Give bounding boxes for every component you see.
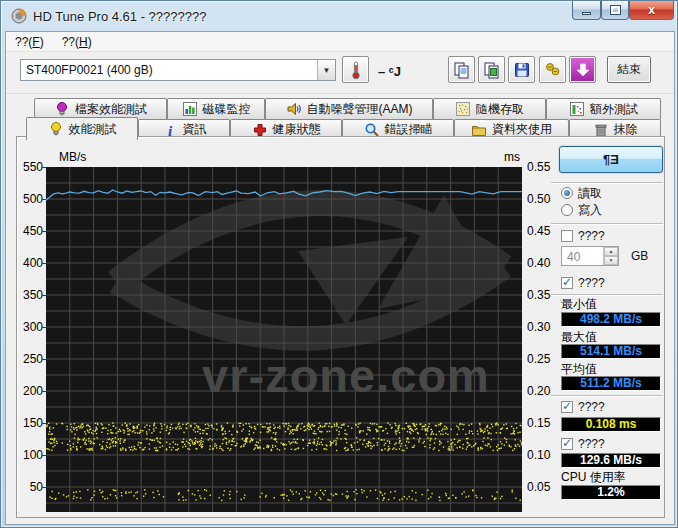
save-button[interactable] [508, 56, 535, 83]
bar-chart-icon [182, 101, 198, 117]
drive-select-combobox[interactable]: ST400FP0021 (400 gB) ▼ [20, 59, 336, 81]
write-radio-label: 寫入 [578, 202, 602, 219]
right-axis-tick: 0.05 [527, 480, 561, 494]
tab-extra-tests-label: 額外測試 [590, 101, 638, 118]
left-axis-tick-mark [42, 327, 46, 328]
start-button-label: ¶Ǝ [603, 152, 619, 167]
tab-benchmark-label: 效能測試 [69, 121, 117, 138]
left-axis-tick: 250 [17, 352, 43, 366]
access-time-value: 0.108 ms [561, 417, 661, 432]
left-axis-tick: 550 [17, 160, 43, 174]
vrzone-eye-watermark [116, 195, 504, 338]
checkbox-checked-icon [561, 401, 573, 413]
close-button[interactable]: x [629, 1, 674, 20]
checkbox-checked-icon [561, 438, 573, 450]
start-button[interactable]: ¶Ǝ [559, 146, 663, 173]
accurate-checkbox[interactable]: ???? [561, 276, 605, 290]
copy-image-button[interactable] [478, 56, 505, 83]
right-axis-tick: 0.45 [527, 224, 561, 238]
close-icon: x [648, 3, 655, 17]
right-axis-tick: 0.40 [527, 256, 561, 270]
tab-file-benchmark[interactable]: 檔案效能測試 [34, 98, 167, 119]
exit-button[interactable]: 結束 [607, 56, 651, 83]
left-axis-tick-mark [42, 359, 46, 360]
radio-selected-icon [561, 187, 573, 199]
left-axis-tick-mark [42, 295, 46, 296]
left-axis-tick-mark [42, 391, 46, 392]
left-axis-tick-mark [42, 263, 46, 264]
right-axis-unit: ms [504, 150, 520, 164]
max-label: 最大值 [561, 330, 597, 344]
max-value: 514.1 MB/s [561, 344, 661, 359]
menu-bar: ??(F) ??(H) [6, 32, 674, 52]
menu-file[interactable]: ??(F) [6, 33, 53, 51]
speaker-icon [286, 101, 302, 117]
copy-image-icon [483, 61, 501, 79]
bulb-yellow-icon [48, 121, 64, 137]
tab-random-access[interactable]: 隨機存取 [433, 98, 546, 119]
cpu-usage-label: CPU 使用率 [561, 470, 626, 484]
tab-extra-tests[interactable]: 額外測試 [546, 98, 661, 119]
left-axis-tick: 450 [17, 224, 43, 238]
left-axis-tick: 100 [17, 448, 43, 462]
save-icon [513, 61, 531, 79]
left-axis-tick: 400 [17, 256, 43, 270]
options-button[interactable] [539, 56, 566, 83]
maximize-icon [611, 6, 620, 14]
window-title: HD Tune Pro 4.61 - ???????? [33, 9, 206, 24]
title-bar[interactable]: HD Tune Pro 4.61 - ???????? x [1, 1, 677, 31]
right-axis-tick: 0.10 [527, 448, 561, 462]
left-axis-tick-mark [42, 455, 46, 456]
copy-text-button[interactable] [448, 56, 475, 83]
short-stroke-checkbox[interactable]: ???? [561, 229, 605, 243]
access-time-checkbox[interactable]: ???? [561, 400, 605, 414]
chevron-down-icon[interactable]: ▼ [317, 60, 335, 80]
checkbox-unchecked-icon [561, 230, 573, 242]
gridlines [46, 167, 522, 512]
right-axis-tick: 0.50 [527, 192, 561, 206]
capacity-value: 40 [562, 247, 603, 265]
menu-help[interactable]: ??(H) [53, 33, 101, 51]
min-value: 498.2 MB/s [561, 312, 661, 327]
left-axis-tick: 50 [17, 480, 43, 494]
thermometer-icon [347, 60, 365, 80]
exit-button-label: 結束 [617, 61, 641, 78]
access-time-label: ???? [578, 400, 605, 414]
maximize-button[interactable] [601, 1, 629, 20]
tab-aam[interactable]: 自動噪聲管理(AAM) [265, 98, 433, 119]
spinner-buttons[interactable]: ▲▼ [603, 247, 618, 265]
temperature-button[interactable] [342, 56, 369, 83]
separator [551, 294, 663, 296]
left-axis-tick: 300 [17, 320, 43, 334]
tab-disk-monitor[interactable]: 磁碟監控 [167, 98, 265, 119]
tab-benchmark[interactable]: 效能測試 [26, 117, 138, 140]
down-arrow-icon [574, 61, 592, 79]
short-stroke-label: ???? [578, 229, 605, 243]
right-axis-tick: 0.25 [527, 352, 561, 366]
capacity-spinner[interactable]: 40 ▲▼ [561, 246, 619, 266]
download-capture-button[interactable] [569, 56, 596, 83]
right-axis-tick: 0.15 [527, 416, 561, 430]
tab-disk-monitor-label: 磁碟監控 [203, 101, 251, 118]
burst-rate-value: 129.6 MB/s [561, 453, 661, 468]
left-axis-tick: 500 [17, 192, 43, 206]
burst-rate-label: ???? [578, 437, 605, 451]
left-axis-tick-mark [42, 423, 46, 424]
separator [551, 223, 663, 225]
spinner-up-icon[interactable]: ▲ [604, 247, 618, 256]
write-radio[interactable]: 寫入 [561, 203, 602, 217]
left-axis-tick-mark [42, 167, 46, 168]
benchmark-plot: vr-zone.com [46, 167, 522, 512]
minimize-button[interactable] [572, 1, 601, 20]
spinner-down-icon[interactable]: ▼ [604, 256, 618, 265]
checkbox-checked-icon [561, 277, 573, 289]
accurate-label: ???? [578, 276, 605, 290]
copy-text-icon [453, 61, 471, 79]
read-radio[interactable]: 讀取 [561, 186, 602, 200]
app-window: HD Tune Pro 4.61 - ???????? x ??(F) ??(H… [0, 0, 678, 528]
read-radio-label: 讀取 [578, 185, 602, 202]
tab-file-benchmark-label: 檔案效能測試 [75, 101, 147, 118]
burst-rate-checkbox[interactable]: ???? [561, 437, 605, 451]
radio-unselected-icon [561, 204, 573, 216]
left-axis-unit: MB/s [59, 150, 86, 164]
